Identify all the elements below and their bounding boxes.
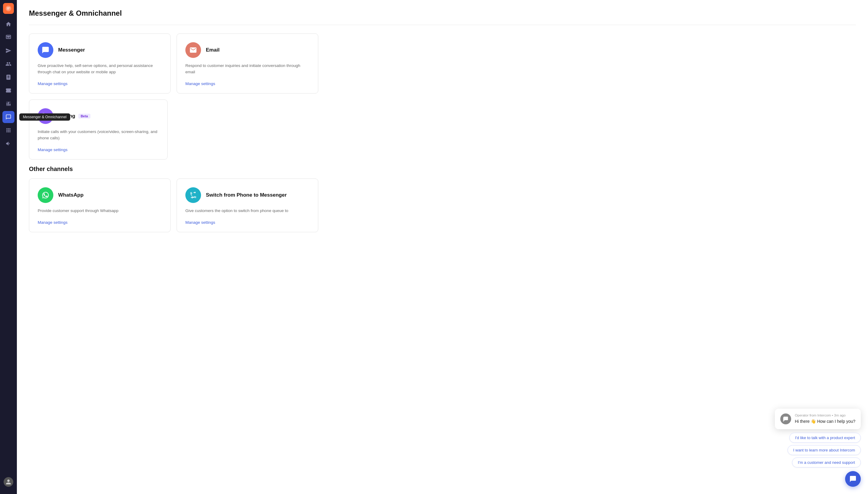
sidebar-item-profile[interactable] xyxy=(2,476,15,488)
svg-rect-1 xyxy=(7,7,9,8)
whatsapp-manage-link[interactable]: Manage settings xyxy=(38,220,162,225)
divider xyxy=(29,25,856,25)
page-title: Messenger & Omnichannel xyxy=(29,9,856,18)
whatsapp-card-desc: Provide customer support through Whatsap… xyxy=(38,208,162,214)
switch-card: Switch from Phone to Messenger Give cust… xyxy=(177,178,318,232)
chat-options: I'd like to talk with a product expert I… xyxy=(788,433,861,468)
chat-content: Operator from Intercom • 3m ago Hi there… xyxy=(795,414,855,424)
chat-option-2[interactable]: I'm a customer and need support xyxy=(792,457,861,468)
messenger-icon xyxy=(38,42,53,58)
whatsapp-card-title: WhatsApp xyxy=(58,192,83,198)
sidebar-item-analytics[interactable] xyxy=(2,98,15,110)
switch-card-desc: Give customers the option to switch from… xyxy=(185,208,310,214)
email-card: Email Respond to customer inquiries and … xyxy=(177,34,318,94)
calling-card-wrapper: Calling Beta Initiate calls with your cu… xyxy=(29,99,167,159)
sidebar-item-home[interactable] xyxy=(2,18,15,30)
calling-icon xyxy=(38,108,53,124)
chat-meta: Operator from Intercom • 3m ago xyxy=(795,414,855,417)
email-card-header: Email xyxy=(185,42,310,58)
email-card-title: Email xyxy=(206,47,219,53)
other-channels-heading: Other channels xyxy=(29,166,856,172)
messenger-manage-link[interactable]: Manage settings xyxy=(38,81,162,86)
sidebar-item-tickets[interactable] xyxy=(2,84,15,96)
calling-card-desc: Initiate calls with your customers (voic… xyxy=(38,129,159,141)
avatar xyxy=(4,477,13,487)
sidebar: Messenger & Omnichannel xyxy=(0,0,17,494)
chat-message: Hi there 👋 How can I help you? xyxy=(795,419,855,424)
calling-card-header: Calling Beta xyxy=(38,108,159,124)
calling-badge: Beta xyxy=(78,114,91,118)
messenger-card-title: Messenger xyxy=(58,47,85,53)
whatsapp-card: WhatsApp Provide customer support throug… xyxy=(29,178,171,232)
sidebar-item-book[interactable] xyxy=(2,71,15,83)
main-content: Messenger & Omnichannel Messenger Give p… xyxy=(17,0,868,494)
email-card-desc: Respond to customer inquiries and initia… xyxy=(185,63,310,75)
chat-option-0[interactable]: I'd like to talk with a product expert xyxy=(789,433,861,443)
chat-option-1[interactable]: I want to learn more about Intercom xyxy=(788,445,861,455)
email-icon xyxy=(185,42,201,58)
calling-manage-link[interactable]: Manage settings xyxy=(38,148,159,152)
svg-rect-2 xyxy=(7,9,9,10)
sidebar-item-apps[interactable] xyxy=(2,124,15,136)
sidebar-item-contacts[interactable] xyxy=(2,58,15,70)
messenger-card-header: Messenger xyxy=(38,42,162,58)
sidebar-item-messenger-omnichannel[interactable]: Messenger & Omnichannel xyxy=(2,111,15,123)
switch-icon xyxy=(185,187,201,203)
switch-manage-link[interactable]: Manage settings xyxy=(185,220,310,225)
chat-operator-avatar xyxy=(780,414,791,424)
switch-card-header: Switch from Phone to Messenger xyxy=(185,187,310,203)
whatsapp-icon xyxy=(38,187,53,203)
messenger-card-desc: Give proactive help, self-serve options,… xyxy=(38,63,162,75)
calling-card: Calling Beta Initiate calls with your cu… xyxy=(29,99,167,159)
sidebar-item-campaigns[interactable] xyxy=(2,137,15,150)
email-manage-link[interactable]: Manage settings xyxy=(185,81,310,86)
messenger-card: Messenger Give proactive help, self-serv… xyxy=(29,34,171,94)
sidebar-item-inbox[interactable] xyxy=(2,31,15,43)
chat-overlay: Operator from Intercom • 3m ago Hi there… xyxy=(775,408,861,487)
chat-launcher-button[interactable] xyxy=(845,471,861,487)
sidebar-item-send[interactable] xyxy=(2,45,15,57)
calling-title-row: Calling Beta xyxy=(58,113,91,119)
top-cards-grid: Messenger Give proactive help, self-serv… xyxy=(29,34,318,94)
svg-point-0 xyxy=(6,6,11,11)
chat-bubble: Operator from Intercom • 3m ago Hi there… xyxy=(775,408,861,429)
logo[interactable] xyxy=(3,3,14,14)
calling-card-title: Calling xyxy=(58,113,75,119)
svg-rect-5 xyxy=(784,417,788,420)
switch-card-title: Switch from Phone to Messenger xyxy=(206,192,287,198)
whatsapp-card-header: WhatsApp xyxy=(38,187,162,203)
other-channels-grid: WhatsApp Provide customer support throug… xyxy=(29,178,318,232)
